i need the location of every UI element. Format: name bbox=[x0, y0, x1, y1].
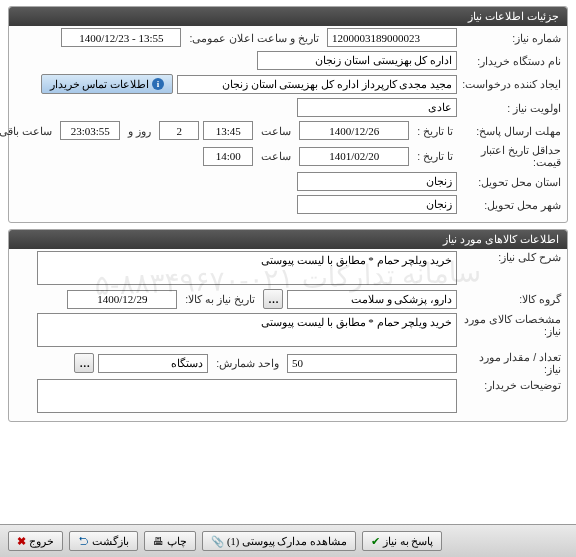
print-label: چاپ bbox=[167, 535, 187, 547]
time2-label: ساعت bbox=[257, 150, 295, 162]
creator-label: ایجاد کننده درخواست: bbox=[461, 78, 561, 90]
unit-field[interactable] bbox=[98, 354, 208, 373]
spec-label: مشخصات کالای مورد نیاز: bbox=[461, 313, 561, 337]
goods-info-panel: اطلاعات کالاهای مورد نیاز شرح کلی نیاز: … bbox=[8, 229, 568, 422]
min-valid-label: حداقل تاریخ اعتبار قیمت: bbox=[461, 144, 561, 168]
panel2-title: اطلاعات کالاهای مورد نیاز bbox=[9, 230, 567, 249]
desc-label: شرح کلی نیاز: bbox=[461, 251, 561, 263]
exit-icon: ✖ bbox=[17, 535, 26, 547]
remain-time-field[interactable] bbox=[60, 121, 120, 140]
back-icon: ⮌ bbox=[78, 536, 89, 547]
city-label: شهر محل تحویل: bbox=[461, 199, 561, 211]
pub-date-field[interactable] bbox=[61, 28, 181, 47]
need-no-field[interactable] bbox=[327, 28, 457, 47]
province-field[interactable] bbox=[297, 172, 457, 191]
buyer-note-label: توضیحات خریدار: bbox=[461, 379, 561, 391]
to-date2-field[interactable] bbox=[299, 147, 409, 166]
buyer-note-field[interactable] bbox=[37, 379, 457, 413]
priority-field[interactable] bbox=[297, 98, 457, 117]
desc-field[interactable] bbox=[37, 251, 457, 285]
need-date-label: تاریخ نیاز به کالا: bbox=[181, 293, 259, 305]
time1-field[interactable] bbox=[203, 121, 253, 140]
buyer-field[interactable] bbox=[257, 51, 457, 70]
qty-field[interactable] bbox=[287, 354, 457, 373]
deadline-label: مهلت ارسال پاسخ: bbox=[461, 125, 561, 137]
unit-label: واحد شمارش: bbox=[212, 357, 283, 369]
ellipsis-icon: … bbox=[79, 358, 89, 369]
print-button[interactable]: 🖶 چاپ bbox=[144, 531, 196, 551]
days-label: روز و bbox=[124, 125, 155, 137]
to-date1-field[interactable] bbox=[299, 121, 409, 140]
panel1-title: جزئیات اطلاعات نیاز bbox=[9, 7, 567, 26]
province-label: استان محل تحویل: bbox=[461, 176, 561, 188]
reply-need-button[interactable]: ✔ پاسخ به نیاز bbox=[362, 531, 442, 551]
time2-field[interactable] bbox=[203, 147, 253, 166]
pub-date-label: تاریخ و ساعت اعلان عمومی: bbox=[185, 32, 323, 44]
spec-field[interactable] bbox=[37, 313, 457, 347]
attachment-icon: 📎 bbox=[211, 535, 224, 548]
qty-label: تعداد / مقدار مورد نیاز: bbox=[461, 351, 561, 375]
days-field[interactable] bbox=[159, 121, 199, 140]
unit-lookup-button[interactable]: … bbox=[74, 353, 94, 373]
remain-label: ساعت باقی مانده bbox=[0, 125, 56, 137]
exit-label: خروج bbox=[29, 535, 54, 547]
ellipsis-icon: … bbox=[268, 294, 278, 305]
reply-icon: ✔ bbox=[371, 535, 380, 547]
time1-label: ساعت bbox=[257, 125, 295, 137]
group-field[interactable] bbox=[287, 290, 457, 309]
need-date-field[interactable] bbox=[67, 290, 177, 309]
footer-toolbar: ✖ خروج ⮌ بازگشت 🖶 چاپ 📎 مشاهده مدارک پیو… bbox=[0, 524, 576, 557]
group-label: گروه کالا: bbox=[461, 293, 561, 305]
need-no-label: شماره نیاز: bbox=[461, 32, 561, 44]
info-icon: i bbox=[152, 78, 164, 90]
back-button[interactable]: ⮌ بازگشت bbox=[69, 531, 138, 551]
print-icon: 🖶 bbox=[153, 536, 164, 547]
creator-field[interactable] bbox=[177, 75, 457, 94]
to-date2-label: تا تاریخ : bbox=[413, 150, 457, 162]
need-details-panel: جزئیات اطلاعات نیاز شماره نیاز: تاریخ و … bbox=[8, 6, 568, 223]
exit-button[interactable]: ✖ خروج bbox=[8, 531, 63, 551]
to-date1-label: تا تاریخ : bbox=[413, 125, 457, 137]
reply-label: پاسخ به نیاز bbox=[383, 535, 433, 547]
priority-label: اولویت نیاز : bbox=[461, 102, 561, 114]
back-label: بازگشت bbox=[92, 535, 129, 547]
view-attachments-button[interactable]: 📎 مشاهده مدارک پیوستی (1) bbox=[202, 531, 356, 551]
group-lookup-button[interactable]: … bbox=[263, 289, 283, 309]
buyer-contact-label: اطلاعات تماس خریدار bbox=[50, 78, 149, 90]
attach-label: مشاهده مدارک پیوستی (1) bbox=[227, 535, 347, 547]
city-field[interactable] bbox=[297, 195, 457, 214]
buyer-contact-button[interactable]: i اطلاعات تماس خریدار bbox=[41, 74, 173, 94]
buyer-label: نام دستگاه خریدار: bbox=[461, 55, 561, 67]
